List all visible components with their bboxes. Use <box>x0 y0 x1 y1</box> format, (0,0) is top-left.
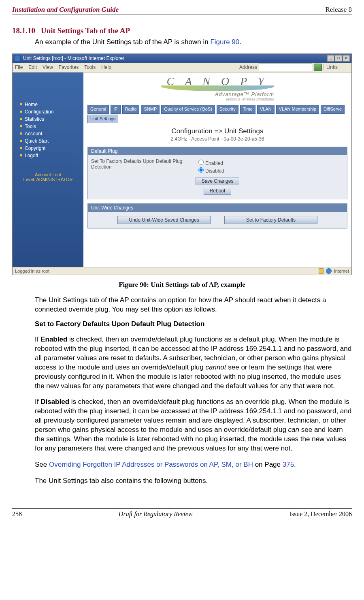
running-footer: 258 Draft for Regulatory Review Issue 2,… <box>12 508 352 518</box>
tab-general[interactable]: General <box>87 105 109 114</box>
swoosh-icon <box>161 85 274 91</box>
figure-ref-link[interactable]: Figure 90 <box>210 38 239 46</box>
app-sidebar: Home Configuration Statistics Tools Acco… <box>13 73 83 267</box>
tab-qos[interactable]: Quality of Service (QoS) <box>161 105 215 114</box>
sidebar-item-tools[interactable]: Tools <box>20 123 83 130</box>
go-button[interactable] <box>314 64 322 71</box>
cross-ref-link[interactable]: Overriding Forgotten IP Addresses or Pas… <box>49 461 253 468</box>
reboot-button[interactable]: Reboot <box>204 187 232 195</box>
menu-favorites[interactable]: Favorites <box>59 64 79 70</box>
set-factory-defaults-button[interactable]: Set to Factory Defaults <box>224 216 317 224</box>
screenshot-window: Unit Settings [root] - Microsoft Interne… <box>12 53 352 275</box>
panel-default-plug: Default Plug Set To Factory Defaults Upo… <box>87 147 347 199</box>
sidebar-item-quickstart[interactable]: Quick Start <box>20 137 83 145</box>
tab-vlan[interactable]: VLAN <box>257 105 275 114</box>
menu-view[interactable]: View <box>43 64 53 70</box>
tab-diffserve[interactable]: DiffServe <box>321 105 345 114</box>
section-title: Unit Settings Tab of the AP <box>41 26 130 35</box>
lock-icon <box>319 268 324 274</box>
browser-statusbar: Logged in as root Internet <box>13 267 351 275</box>
enabled-paragraph: If Enabled is checked, then an override/… <box>35 335 352 391</box>
browser-menubar: File Edit View Favorites Tools Help Addr… <box>13 63 351 73</box>
undo-saved-changes-button[interactable]: Undo Unit-Wide Saved Changes <box>117 216 211 224</box>
ie-icon <box>14 55 21 62</box>
minimize-button[interactable]: _ <box>327 55 334 62</box>
doc-title: Installation and Configuration Guide <box>12 6 119 14</box>
save-changes-button[interactable]: Save Changes <box>196 177 240 185</box>
tab-ip[interactable]: IP <box>111 105 120 114</box>
account-line2: Level: ADMINISTRATOR <box>13 177 83 182</box>
address-input[interactable] <box>259 64 312 71</box>
address-label: Address <box>239 64 257 70</box>
menu-file[interactable]: File <box>15 64 23 70</box>
page-number: 258 <box>12 510 22 518</box>
menu-edit[interactable]: Edit <box>28 64 37 70</box>
config-page-sub: 2.4GHz - Access Point - 0a-00-3e-20-a5-3… <box>87 136 347 142</box>
running-header: Installation and Configuration Guide Rel… <box>12 6 352 15</box>
radio-disabled[interactable]: Disabled <box>196 166 224 174</box>
account-line1: Account: root <box>13 172 83 177</box>
panel-unit-wide-header: Unit-Wide Changes <box>88 204 347 212</box>
option-label: Set To Factory Defaults Upon Default Plu… <box>91 158 196 174</box>
section-number: 18.1.10 <box>12 26 35 35</box>
status-left: Logged in as root <box>15 269 49 273</box>
status-right: Internet <box>334 269 349 273</box>
panel-unit-wide: Unit-Wide Changes Undo Unit-Wide Saved C… <box>87 203 347 228</box>
sidebar-item-copyright[interactable]: Copyright <box>20 145 83 152</box>
section-heading: 18.1.10Unit Settings Tab of the AP <box>12 26 352 35</box>
figure-caption: Figure 90: Unit Settings tab of AP, exam… <box>12 281 352 289</box>
footer-mid: Draft for Regulatory Review <box>119 510 193 518</box>
see-line: See Overriding Forgotten IP Addresses or… <box>35 460 352 470</box>
app-main-pane: C A N O P Y Advantage™ Platform Motorola… <box>83 73 351 267</box>
window-title: Unit Settings [root] - Microsoft Interne… <box>23 56 124 61</box>
intro-paragraph: An example of the Unit Settings tab of t… <box>35 38 352 47</box>
menu-help[interactable]: Help <box>101 64 111 70</box>
close-button[interactable]: × <box>343 55 350 62</box>
tab-vlan-membership[interactable]: VLAN Membership <box>276 105 319 114</box>
maximize-button[interactable]: □ <box>335 55 342 62</box>
release-label: Release 8 <box>325 6 352 14</box>
config-page-heading: Configuration => Unit Settings <box>87 127 347 135</box>
window-titlebar: Unit Settings [root] - Microsoft Interne… <box>13 54 351 63</box>
sidebar-item-home[interactable]: Home <box>20 101 83 108</box>
tab-radio[interactable]: Radio <box>122 105 140 114</box>
sidebar-item-logoff[interactable]: Logoff <box>20 152 83 159</box>
globe-icon <box>326 268 332 274</box>
tab-time[interactable]: Time <box>240 105 255 114</box>
radio-enabled[interactable]: Enabled <box>196 158 224 166</box>
sidebar-item-account[interactable]: Account <box>20 130 83 137</box>
subheading: Set to Factory Defaults Upon Default Plu… <box>35 320 352 328</box>
para-after-caption: The Unit Settings tab of the AP contains… <box>35 296 352 314</box>
sidebar-item-statistics[interactable]: Statistics <box>20 115 83 123</box>
issue-label: Issue 2, December 2006 <box>289 510 352 518</box>
tab-unit-settings[interactable]: Unit Settings <box>87 115 118 124</box>
tab-security[interactable]: Security <box>217 105 238 114</box>
menu-tools[interactable]: Tools <box>84 64 96 70</box>
page-ref-link[interactable]: 375 <box>283 461 294 468</box>
config-tabs: General IP Radio SNMP Quality of Service… <box>87 105 347 124</box>
links-label[interactable]: Links <box>326 64 338 70</box>
sidebar-item-configuration[interactable]: Configuration <box>20 108 83 115</box>
closing-paragraph: The Unit Settings tab also contains the … <box>35 476 352 486</box>
tab-snmp[interactable]: SNMP <box>141 105 160 114</box>
canopy-logo: C A N O P Y Advantage™ Platform Motorola… <box>87 75 347 102</box>
disabled-paragraph: If Disabled is checked, then an override… <box>35 397 352 453</box>
panel-default-plug-header: Default Plug <box>88 147 347 155</box>
